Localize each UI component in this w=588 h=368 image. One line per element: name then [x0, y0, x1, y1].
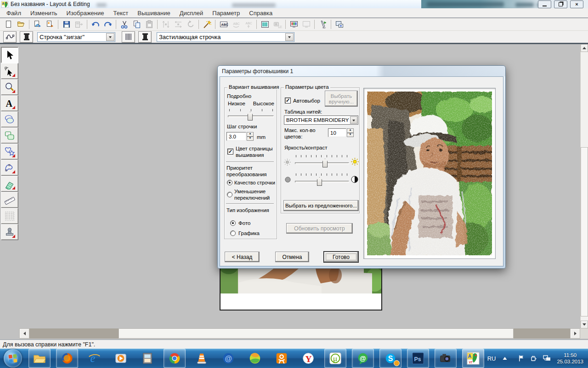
thread-chart-combo[interactable]: BROTHER EMBROIDERY — [284, 115, 358, 125]
stepper-up[interactable]: ▲ — [347, 128, 354, 133]
redo-icon[interactable] — [102, 19, 114, 30]
run-pitch-input[interactable]: 3.0 — [226, 132, 246, 141]
import-figure-icon[interactable] — [31, 19, 44, 30]
tool-stamp[interactable] — [1, 224, 18, 240]
stepper-up[interactable]: ▲ — [247, 132, 254, 137]
menu-image[interactable]: Изображение — [62, 10, 109, 17]
stitch-count-icon[interactable]: 123 — [271, 19, 283, 30]
taskbar-item-utorrent[interactable]: µ — [324, 349, 346, 368]
tool-rect-shape[interactable] — [1, 127, 18, 144]
priority-quality-radio[interactable] — [227, 180, 232, 185]
update-preview-button[interactable]: Обновить просмотр — [286, 223, 353, 234]
contrast-slider-thumb[interactable] — [317, 177, 322, 186]
flip-vertical-icon[interactable] — [159, 19, 172, 30]
taskbar-item-vlc[interactable] — [191, 349, 212, 368]
contrast-slider-track[interactable] — [295, 181, 349, 183]
text-arc-icon[interactable]: ABC — [230, 19, 242, 30]
taskbar-item-photoshop[interactable]: Ps — [407, 349, 429, 368]
vertical-scroll-thumb[interactable] — [581, 147, 588, 316]
taskbar-item-camera-app[interactable] — [435, 349, 457, 368]
max-colors-input[interactable]: 10 — [328, 128, 346, 137]
restore-button[interactable] — [554, 0, 567, 8]
copy-icon[interactable] — [130, 19, 143, 30]
start-button[interactable] — [4, 349, 22, 368]
open-folder-icon[interactable] — [15, 19, 27, 30]
menu-option[interactable]: Параметр — [208, 10, 244, 17]
menu-text[interactable]: Текст — [109, 10, 133, 17]
tool-freehand-outline[interactable] — [1, 160, 18, 176]
taskbar-item-media-player[interactable] — [110, 349, 131, 368]
taskbar-item-skype[interactable]: S — [379, 349, 401, 368]
menu-help[interactable]: Справка — [244, 10, 277, 17]
image-type-photo-radio[interactable] — [230, 220, 236, 226]
usb-device-icon[interactable] — [530, 355, 537, 362]
import-image-icon[interactable] — [44, 19, 56, 30]
scroll-up-button[interactable] — [581, 44, 588, 52]
taskbar-item-chrome[interactable] — [164, 349, 186, 368]
scroll-right-button[interactable] — [570, 328, 580, 339]
page-color-checkbox[interactable]: ✓ — [227, 149, 233, 155]
undo-icon[interactable] — [89, 19, 102, 30]
tool-manual-stitch[interactable] — [1, 208, 18, 224]
magic-wand-icon[interactable] — [201, 19, 213, 30]
paste-icon[interactable] — [143, 19, 155, 30]
tool-zoom[interactable] — [1, 79, 18, 95]
brightness-slider-thumb[interactable] — [322, 159, 328, 167]
menu-file[interactable]: Файл — [2, 10, 26, 17]
write-card-icon[interactable] — [73, 19, 85, 30]
chevron-down-icon[interactable] — [285, 33, 294, 41]
menu-display[interactable]: Дисплей — [175, 10, 208, 17]
image-type-graphic-radio[interactable] — [230, 230, 236, 236]
tool-punch-block[interactable] — [1, 176, 18, 192]
region-lines-icon[interactable] — [122, 31, 135, 43]
taskbar-item-yandex[interactable]: Y — [298, 349, 319, 368]
cancel-button[interactable]: Отмена — [275, 252, 309, 262]
region-sew-type-combo[interactable]: Застилающая строчка — [157, 32, 294, 42]
region-thread-spool-icon[interactable] — [138, 31, 152, 43]
network-icon[interactable] — [543, 355, 551, 362]
new-document-icon[interactable] — [2, 19, 15, 30]
taskbar-item-firefox[interactable] — [56, 349, 78, 368]
flip-horizontal-icon[interactable] — [172, 19, 184, 30]
max-colors-stepper[interactable]: ▲▼ — [347, 128, 354, 137]
dialog-titlebar[interactable]: Параметры фотовышивки 1 — [218, 66, 505, 76]
close-button[interactable]: × — [570, 0, 583, 8]
sew-simulator-icon[interactable] — [317, 19, 329, 30]
run-pitch-stepper[interactable]: ▲▼ — [247, 132, 254, 141]
horizontal-scroll-thumb[interactable] — [119, 328, 514, 339]
flag-icon[interactable] — [518, 355, 525, 362]
taskbar-item-sphere-browser[interactable] — [244, 349, 266, 368]
stepper-down[interactable]: ▼ — [247, 137, 254, 141]
horizontal-scrollbar[interactable] — [19, 328, 580, 339]
app-titlebar[interactable]: A Без названия - Layout & Editing × — [0, 0, 588, 8]
show-hidden-arrow-icon[interactable] — [502, 356, 508, 361]
stitch-view-icon[interactable] — [259, 19, 271, 30]
taskbar-item-movie-maker[interactable] — [137, 349, 158, 368]
select-from-candidates-button[interactable]: Выбрать из предложенного... — [283, 200, 359, 211]
taskbar-item-odnoklassniki[interactable] — [271, 349, 292, 368]
scroll-left-button[interactable] — [19, 328, 29, 339]
tool-text[interactable]: A — [1, 95, 18, 111]
chevron-down-icon[interactable] — [106, 33, 114, 41]
tool-measure[interactable] — [1, 192, 18, 208]
text-tool-icon[interactable]: ABC — [217, 19, 230, 30]
vertical-scrollbar[interactable] — [580, 44, 588, 328]
line-thread-spool-icon[interactable] — [20, 31, 33, 43]
tool-ellipse-shape[interactable] — [1, 111, 18, 127]
brightness-slider-track[interactable] — [295, 162, 349, 164]
tool-outline-shapes[interactable] — [1, 144, 18, 160]
priority-jump-radio[interactable] — [227, 192, 232, 197]
clock[interactable]: 11:50 25.03.2013 — [557, 352, 583, 365]
taskbar-item-mailru[interactable]: @ — [218, 349, 239, 368]
curve-tool-icon[interactable] — [3, 31, 17, 43]
auto-select-checkbox[interactable]: ✓ — [285, 98, 291, 104]
detail-slider-thumb[interactable] — [248, 112, 253, 121]
reference-window-icon[interactable] — [300, 19, 312, 30]
taskbar-item-internet-explorer[interactable]: e — [84, 349, 105, 368]
taskbar-item-mailru-agent[interactable]: @ — [352, 349, 374, 368]
menu-edit[interactable]: Изменить — [26, 10, 62, 17]
scroll-down-button[interactable] — [581, 321, 588, 328]
design-properties-icon[interactable] — [288, 19, 300, 30]
chevron-down-icon[interactable] — [350, 116, 357, 124]
finish-button[interactable]: Готово — [324, 252, 358, 262]
